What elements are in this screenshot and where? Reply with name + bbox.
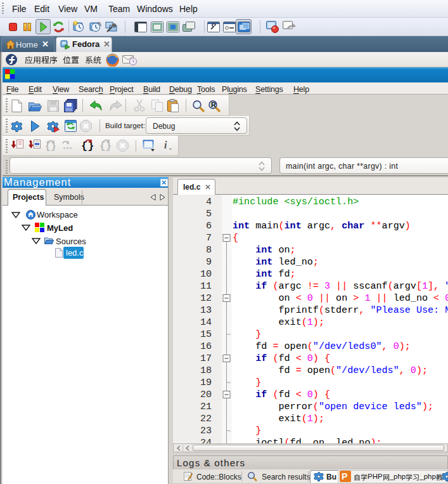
svg-text:{}: {} xyxy=(100,141,112,152)
svg-text:R: R xyxy=(211,101,216,108)
svg-text:i: i xyxy=(164,140,167,150)
svg-text:{}: {} xyxy=(45,141,56,152)
svg-text:{}: {} xyxy=(82,140,94,152)
